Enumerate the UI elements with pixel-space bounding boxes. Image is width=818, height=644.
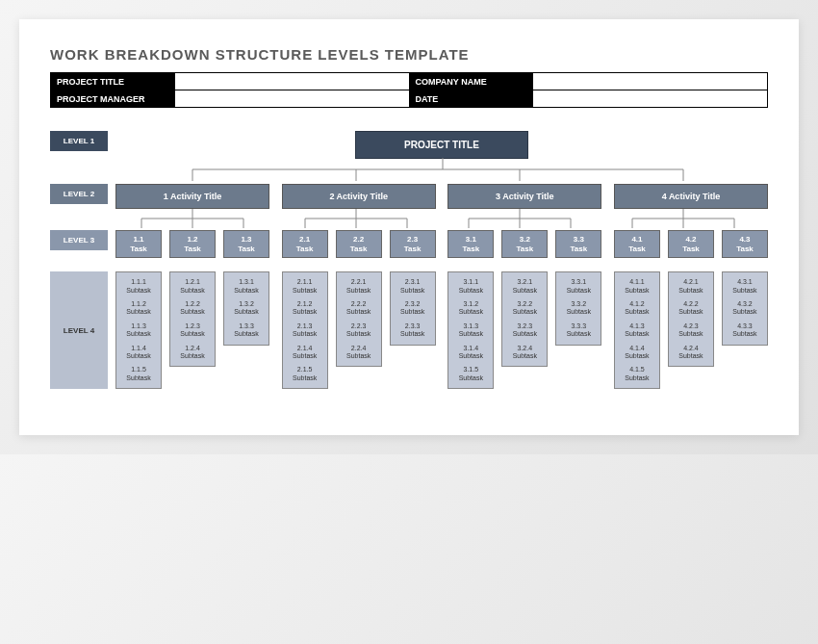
subtask-item: 1.3.2Subtask xyxy=(226,297,267,320)
subtask-item: 3.3.1Subtask xyxy=(558,275,599,297)
activity-box: 3 Activity Title xyxy=(447,184,601,209)
subtask-item: 1.1.1Subtask xyxy=(118,275,159,297)
subtask-item: 4.3.3Subtask xyxy=(725,320,765,342)
task-box: 4.1Task xyxy=(614,230,660,258)
subtask-item: 3.1.3Subtask xyxy=(450,320,491,342)
header-table: PROJECT TITLE COMPANY NAME PROJECT MANAG… xyxy=(50,72,768,108)
task-box: 3.3Task xyxy=(555,230,601,258)
subtask-item: 3.2.1Subtask xyxy=(504,275,545,297)
subtask-item: 4.1.3Subtask xyxy=(617,320,657,342)
subtask-item: 1.2.4Subtask xyxy=(172,342,213,364)
subtask-column: 1.2.1Subtask1.2.2Subtask1.2.3Subtask1.2.… xyxy=(169,271,216,367)
activity-box: 1 Activity Title xyxy=(115,184,269,209)
template-page: WORK BREAKDOWN STRUCTURE LEVELS TEMPLATE… xyxy=(19,19,799,435)
task-box: 4.2Task xyxy=(668,230,714,258)
task-box: 1.3Task xyxy=(223,230,269,258)
subtask-item: 4.2.4Subtask xyxy=(671,342,711,364)
date-label: DATE xyxy=(409,90,533,108)
project-title-field[interactable] xyxy=(174,73,409,90)
wbs-diagram: LEVEL 1 PROJECT TITLE LEVEL 2 1 Activity… xyxy=(50,131,768,389)
task-box: 2.3Task xyxy=(390,230,436,258)
subtask-item: 3.2.4Subtask xyxy=(504,342,545,364)
subtask-column: 2.1.1Subtask2.1.2Subtask2.1.3Subtask2.1.… xyxy=(282,271,328,389)
subtask-item: 1.1.3Subtask xyxy=(118,320,159,342)
subtask-item: 4.2.3Subtask xyxy=(671,320,711,342)
page-title: WORK BREAKDOWN STRUCTURE LEVELS TEMPLATE xyxy=(50,46,768,63)
subtask-item: 2.1.3Subtask xyxy=(285,320,325,342)
subtask-item: 3.3.2Subtask xyxy=(558,297,599,320)
subtask-item: 1.1.5Subtask xyxy=(118,363,159,385)
subtask-item: 4.3.2Subtask xyxy=(725,297,765,320)
subtask-column: 3.2.1Subtask3.2.2Subtask3.2.3Subtask3.2.… xyxy=(501,271,548,367)
task-box: 2.1Task xyxy=(282,230,328,258)
subtask-item: 2.3.1Subtask xyxy=(393,275,433,297)
date-field[interactable] xyxy=(533,90,768,108)
subtask-item: 3.1.4Subtask xyxy=(450,342,491,364)
subtask-item: 1.1.2Subtask xyxy=(118,297,159,320)
subtask-item: 2.2.4Subtask xyxy=(339,342,379,364)
subtask-column: 4.3.1Subtask4.3.2Subtask4.3.3Subtask xyxy=(722,271,768,345)
subtask-item: 1.2.2Subtask xyxy=(172,297,213,320)
level-4-label: LEVEL 4 xyxy=(50,271,108,389)
subtask-item: 3.2.2Subtask xyxy=(504,297,545,320)
subtask-column: 1.3.1Subtask1.3.2Subtask1.3.3Subtask xyxy=(223,271,269,345)
subtask-item: 1.2.3Subtask xyxy=(172,320,213,342)
subtask-item: 3.3.3Subtask xyxy=(558,320,599,342)
subtask-item: 4.1.4Subtask xyxy=(617,342,657,364)
subtask-item: 3.2.3Subtask xyxy=(504,320,545,342)
subtask-column: 4.2.1Subtask4.2.2Subtask4.2.3Subtask4.2.… xyxy=(668,271,714,367)
activity-box: 4 Activity Title xyxy=(614,184,768,209)
task-box: 3.1Task xyxy=(447,230,494,258)
subtask-item: 4.1.5Subtask xyxy=(617,363,657,385)
subtask-item: 4.3.1Subtask xyxy=(725,275,765,297)
subtask-item: 3.1.2Subtask xyxy=(450,297,491,320)
subtask-item: 2.3.2Subtask xyxy=(393,297,433,320)
task-box: 1.1Task xyxy=(115,230,162,258)
task-box: 3.2Task xyxy=(501,230,548,258)
subtask-item: 2.1.2Subtask xyxy=(285,297,325,320)
subtask-item: 2.2.3Subtask xyxy=(339,320,379,342)
task-box: 1.2Task xyxy=(169,230,216,258)
subtask-column: 3.3.1Subtask3.3.2Subtask3.3.3Subtask xyxy=(555,271,601,345)
subtask-item: 1.1.4Subtask xyxy=(118,342,159,364)
subtask-item: 2.2.2Subtask xyxy=(339,297,379,320)
task-box: 4.3Task xyxy=(722,230,768,258)
subtask-item: 4.1.2Subtask xyxy=(617,297,657,320)
subtask-item: 2.3.3Subtask xyxy=(393,320,433,342)
subtask-column: 2.3.1Subtask2.3.2Subtask2.3.3Subtask xyxy=(390,271,436,345)
project-manager-field[interactable] xyxy=(174,90,409,108)
project-title-box: PROJECT TITLE xyxy=(355,131,528,159)
project-title-label: PROJECT TITLE xyxy=(51,73,175,90)
subtask-item: 4.1.1Subtask xyxy=(617,275,657,297)
company-name-label: COMPANY NAME xyxy=(409,73,533,90)
subtask-item: 3.1.5Subtask xyxy=(450,363,491,385)
subtask-item: 3.1.1Subtask xyxy=(450,275,491,297)
subtask-item: 2.1.5Subtask xyxy=(285,363,325,385)
subtask-column: 2.2.1Subtask2.2.2Subtask2.2.3Subtask2.2.… xyxy=(336,271,382,367)
subtask-column: 4.1.1Subtask4.1.2Subtask4.1.3Subtask4.1.… xyxy=(614,271,660,389)
level-3-label: LEVEL 3 xyxy=(50,230,108,250)
subtask-item: 2.2.1Subtask xyxy=(339,275,379,297)
subtask-item: 4.2.2Subtask xyxy=(671,297,711,320)
subtask-item: 1.2.1Subtask xyxy=(172,275,213,297)
subtask-item: 2.1.4Subtask xyxy=(285,342,325,364)
level-2-label: LEVEL 2 xyxy=(50,184,108,204)
subtask-item: 1.3.1Subtask xyxy=(226,275,267,297)
subtask-item: 4.2.1Subtask xyxy=(671,275,711,297)
project-manager-label: PROJECT MANAGER xyxy=(51,90,175,108)
subtask-column: 3.1.1Subtask3.1.2Subtask3.1.3Subtask3.1.… xyxy=(447,271,494,389)
level-1-label: LEVEL 1 xyxy=(50,131,108,151)
activity-box: 2 Activity Title xyxy=(282,184,436,209)
company-name-field[interactable] xyxy=(533,73,768,90)
subtask-column: 1.1.1Subtask1.1.2Subtask1.1.3Subtask1.1.… xyxy=(115,271,162,389)
subtask-item: 1.3.3Subtask xyxy=(226,320,267,342)
task-box: 2.2Task xyxy=(336,230,382,258)
subtask-item: 2.1.1Subtask xyxy=(285,275,325,297)
